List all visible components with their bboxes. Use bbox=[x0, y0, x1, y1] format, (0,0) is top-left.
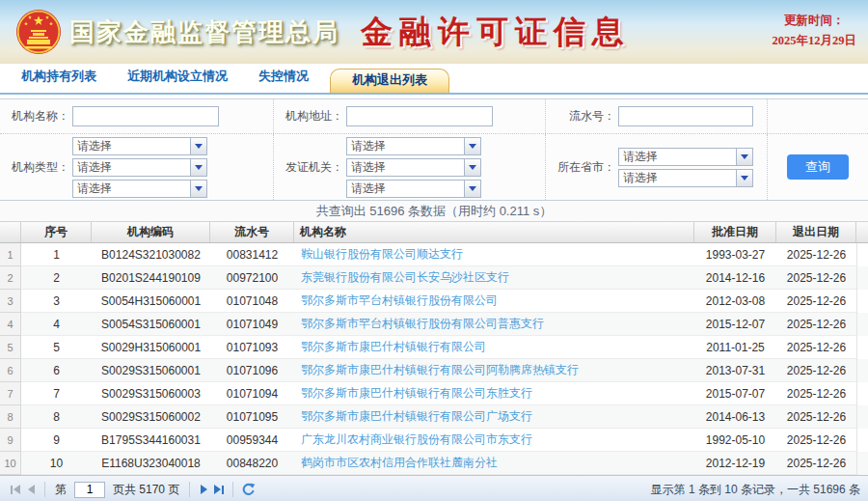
cell-seq: 3 bbox=[21, 290, 92, 313]
chevron-down-icon[interactable] bbox=[190, 181, 206, 197]
issuing-authority-select-2[interactable]: 请选择 bbox=[346, 158, 481, 177]
institution-address-label: 机构地址： bbox=[274, 108, 343, 125]
cell-spacer bbox=[856, 382, 868, 405]
issuing-authority-select-3[interactable]: 请选择 bbox=[346, 180, 481, 198]
cell-exit-date: 2025-12-26 bbox=[776, 452, 856, 475]
cell-exit-date: 2025-12-26 bbox=[776, 290, 856, 313]
chevron-down-icon[interactable] bbox=[190, 159, 206, 176]
serial-number-label: 流水号： bbox=[546, 108, 615, 125]
table-row[interactable]: 8 8 S0029S315060002 01071095 鄂尔多斯市康巴什村镇银… bbox=[0, 405, 868, 429]
institution-name-link[interactable]: 鹤岗市市区农村信用合作联社麓南分社 bbox=[301, 455, 498, 471]
chevron-down-icon[interactable] bbox=[464, 181, 480, 197]
cell-institution-name: 鄂尔多斯市康巴什村镇银行有限公司东胜支行 bbox=[294, 382, 694, 405]
cell-approval-date: 2011-01-25 bbox=[694, 336, 776, 359]
institution-type-select-2[interactable]: 请选择 bbox=[72, 158, 207, 177]
header-seq[interactable]: 序号 bbox=[21, 222, 92, 242]
institution-name-link[interactable]: 广东龙川农村商业银行股份有限公司市东支行 bbox=[301, 431, 532, 448]
institution-type-select-1[interactable]: 请选择 bbox=[72, 137, 207, 155]
institution-name-input[interactable] bbox=[72, 106, 219, 126]
province-select[interactable]: 请选择 bbox=[618, 148, 753, 166]
tab-bar: 机构持有列表 近期机构设立情况 失控情况 机构退出列表 bbox=[0, 64, 868, 95]
prev-page-icon[interactable] bbox=[23, 481, 39, 498]
cell-row-number: 1 bbox=[0, 243, 21, 266]
table-row[interactable]: 4 4 S0054S315060001 01071049 鄂尔多斯市罕台村镇银行… bbox=[0, 313, 868, 336]
header-serial-number[interactable]: 流水号 bbox=[210, 222, 294, 242]
first-page-icon[interactable] bbox=[8, 481, 23, 498]
page-label-prefix: 第 bbox=[55, 482, 67, 498]
cell-spacer bbox=[856, 405, 868, 429]
table-row[interactable]: 10 10 E1168U323040018 00848220 鹤岗市市区农村信用… bbox=[0, 452, 868, 475]
last-page-icon[interactable] bbox=[211, 481, 227, 498]
institution-name-link[interactable]: 鄂尔多斯市康巴什村镇银行有限公司 bbox=[301, 339, 486, 355]
cell-serial-number: 01071094 bbox=[210, 382, 294, 405]
cell-institution-code: S0029S315060001 bbox=[92, 359, 210, 382]
cell-row-number: 3 bbox=[0, 290, 21, 313]
institution-name-link[interactable]: 鞍山银行股份有限公司顺达支行 bbox=[301, 246, 463, 263]
cell-serial-number: 01071048 bbox=[210, 290, 294, 313]
refresh-icon[interactable] bbox=[241, 483, 256, 497]
table-body: 1 1 B0124S321030082 00831412 鞍山银行股份有限公司顺… bbox=[0, 243, 868, 475]
table-row[interactable]: 1 1 B0124S321030082 00831412 鞍山银行股份有限公司顺… bbox=[0, 243, 868, 266]
tab-recent-establishment[interactable]: 近期机构设立情况 bbox=[112, 64, 243, 93]
header-spacer bbox=[856, 222, 868, 242]
header-exit-date[interactable]: 退出日期 bbox=[776, 222, 856, 242]
header-institution-name[interactable]: 机构名称 bbox=[294, 222, 694, 242]
query-button[interactable]: 查询 bbox=[787, 154, 849, 180]
table-row[interactable]: 6 6 S0029S315060001 01071096 鄂尔多斯市康巴什村镇银… bbox=[0, 359, 868, 382]
chevron-down-icon[interactable] bbox=[190, 138, 206, 154]
cell-exit-date: 2025-12-26 bbox=[776, 266, 856, 290]
institution-type-select-3[interactable]: 请选择 bbox=[72, 180, 207, 198]
site-banner: 国家金融监督管理总局 金融许可证信息 更新时间： 2025年12月29日 bbox=[0, 0, 868, 64]
cell-row-number: 2 bbox=[0, 266, 21, 290]
institution-address-input[interactable] bbox=[346, 106, 493, 126]
issuing-authority-select-1[interactable]: 请选择 bbox=[346, 137, 481, 155]
cell-institution-code: S0029H315060001 bbox=[92, 336, 210, 359]
institution-name-link[interactable]: 东莞银行股份有限公司长安乌沙社区支行 bbox=[301, 269, 509, 286]
city-select[interactable]: 请选择 bbox=[618, 169, 753, 187]
tab-institution-exit-list[interactable]: 机构退出列表 bbox=[330, 69, 449, 93]
page-title: 金融许可证信息 bbox=[361, 11, 631, 54]
chevron-down-icon[interactable] bbox=[464, 159, 480, 176]
cell-row-number: 4 bbox=[0, 313, 21, 336]
next-page-icon[interactable] bbox=[196, 481, 211, 498]
cell-approval-date: 2014-06-13 bbox=[694, 405, 776, 429]
national-emblem-logo bbox=[15, 9, 62, 55]
cell-approval-date: 1993-03-27 bbox=[694, 243, 776, 266]
institution-name-link[interactable]: 鄂尔多斯市罕台村镇银行股份有限公司 bbox=[301, 292, 498, 309]
table-row[interactable]: 7 7 S0029S315060003 01071094 鄂尔多斯市康巴什村镇银… bbox=[0, 382, 868, 405]
cell-spacer bbox=[856, 452, 868, 475]
header-approval-date[interactable]: 批准日期 bbox=[694, 222, 776, 242]
cell-exit-date: 2025-12-26 bbox=[776, 336, 856, 359]
cell-row-number: 5 bbox=[0, 336, 21, 359]
institution-name-link[interactable]: 鄂尔多斯市康巴什村镇银行有限公司阿勒腾席热镇支行 bbox=[301, 362, 579, 378]
cell-approval-date: 2012-03-08 bbox=[694, 290, 776, 313]
cell-institution-code: B0124S321030082 bbox=[92, 243, 210, 266]
cell-institution-name: 鄂尔多斯市康巴什村镇银行有限公司 bbox=[294, 336, 694, 359]
cell-institution-code: B0201S244190109 bbox=[92, 266, 210, 290]
cell-institution-name: 广东龙川农村商业银行股份有限公司市东支行 bbox=[294, 429, 694, 452]
institution-name-link[interactable]: 鄂尔多斯市康巴什村镇银行有限公司东胜支行 bbox=[301, 385, 532, 402]
cell-spacer bbox=[856, 266, 868, 290]
chevron-down-icon[interactable] bbox=[736, 170, 752, 186]
cell-serial-number: 01071049 bbox=[210, 313, 294, 336]
table-row[interactable]: 9 9 B1795S344160031 00959344 广东龙川农村商业银行股… bbox=[0, 429, 868, 452]
cell-institution-name: 鄂尔多斯市罕台村镇银行股份有限公司普惠支行 bbox=[294, 313, 694, 336]
cell-approval-date: 2014-12-16 bbox=[694, 266, 776, 290]
table-row[interactable]: 3 3 S0054H315060001 01071048 鄂尔多斯市罕台村镇银行… bbox=[0, 290, 868, 313]
institution-name-link[interactable]: 鄂尔多斯市康巴什村镇银行有限公司广场支行 bbox=[301, 408, 532, 425]
table-row[interactable]: 2 2 B0201S244190109 00972100 东莞银行股份有限公司长… bbox=[0, 266, 868, 290]
institution-name-link[interactable]: 鄂尔多斯市罕台村镇银行股份有限公司普惠支行 bbox=[301, 316, 544, 332]
header-institution-code[interactable]: 机构编码 bbox=[92, 222, 210, 242]
update-time-date: 2025年12月29日 bbox=[773, 31, 857, 51]
page-number-input[interactable] bbox=[74, 482, 105, 498]
cell-serial-number: 00959344 bbox=[210, 429, 294, 452]
cell-approval-date: 2015-07-07 bbox=[694, 382, 776, 405]
tab-loss-of-control[interactable]: 失控情况 bbox=[243, 64, 324, 93]
table-row[interactable]: 5 5 S0029H315060001 01071093 鄂尔多斯市康巴什村镇银… bbox=[0, 336, 868, 359]
table-header: 序号 机构编码 流水号 机构名称 批准日期 退出日期 bbox=[0, 222, 868, 243]
tab-institution-holding-list[interactable]: 机构持有列表 bbox=[6, 64, 112, 93]
chevron-down-icon[interactable] bbox=[736, 149, 752, 165]
serial-number-input[interactable] bbox=[618, 106, 753, 126]
chevron-down-icon[interactable] bbox=[464, 138, 480, 154]
pager-divider bbox=[44, 482, 45, 497]
